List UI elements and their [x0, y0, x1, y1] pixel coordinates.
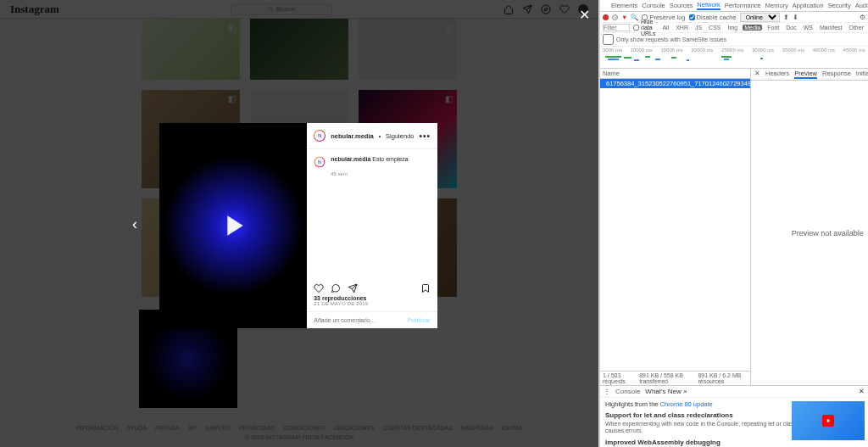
tab-response[interactable]: Response	[822, 70, 851, 79]
filter-row: Hide data URLs All XHR JS CSS Img Media …	[600, 23, 868, 33]
chip-other[interactable]: Other	[847, 25, 865, 31]
timeline-tick: 25000 ms	[721, 47, 743, 53]
close-detail-icon[interactable]: ✕	[754, 70, 760, 79]
timeline-tick: 35000 ms	[782, 47, 804, 53]
more-icon[interactable]: •••	[419, 131, 431, 141]
samesite-check[interactable]	[603, 34, 614, 45]
download-icon[interactable]: ⬇	[793, 14, 798, 21]
chip-js[interactable]: JS	[693, 25, 704, 31]
chip-media[interactable]: Media	[743, 25, 762, 31]
timeline-tick: 10000 ms	[631, 47, 653, 53]
close-icon[interactable]: ✕	[859, 388, 865, 395]
name-column-header[interactable]: Name	[600, 69, 750, 79]
devtools-drawer: ⋮ Console What's New × ✕ Highlights from…	[600, 385, 868, 447]
record-button[interactable]	[603, 14, 609, 20]
post-header: N nebular.media • Siguiendo •••	[307, 123, 437, 149]
request-name: 61756384_315230522760951_717012460272934…	[606, 80, 750, 87]
samesite-row: Only show requests with SameSite issues	[600, 33, 868, 47]
chip-doc[interactable]: Doc	[784, 25, 798, 31]
filter-icon[interactable]: ▼	[621, 14, 627, 21]
filter-input[interactable]	[603, 24, 630, 31]
chip-xhr[interactable]: XHR	[674, 25, 690, 31]
timeline-tick: 15000 ms	[660, 47, 682, 53]
play-count[interactable]: 33 reproducciones	[307, 295, 437, 301]
gear-icon[interactable]: ⚙	[860, 14, 865, 21]
tab-application[interactable]: Application	[793, 2, 824, 9]
chip-img[interactable]: Img	[726, 25, 740, 31]
post-body: N nebular.media Esto empieza 45 sem	[307, 149, 437, 279]
timeline-tick: 30000 ms	[752, 47, 774, 53]
chip-ws[interactable]: WS	[802, 25, 815, 31]
timeline-tick: 5000 ms	[603, 47, 622, 53]
caption-age: 45 sem	[331, 171, 431, 176]
post-actions	[307, 279, 437, 295]
tab-headers[interactable]: Headers	[765, 70, 789, 79]
status-requests: 1 / 503 requests	[603, 372, 632, 384]
post-modal: N nebular.media • Siguiendo ••• N nebula…	[159, 123, 437, 328]
author-avatar[interactable]: N	[314, 130, 326, 142]
upload-icon[interactable]: ⬆	[783, 14, 789, 21]
comment-input[interactable]	[314, 317, 407, 323]
tab-preview[interactable]: Preview	[794, 70, 817, 79]
clear-button[interactable]: ⊘	[612, 14, 618, 20]
tab-console[interactable]: Console	[642, 2, 665, 9]
avatar-letter: N	[315, 158, 325, 167]
tab-sources[interactable]: Sources	[670, 2, 693, 9]
chip-all[interactable]: All	[660, 25, 670, 31]
follow-button[interactable]: Siguiendo	[386, 132, 414, 140]
devtools-tabs: Elements Console Sources Network Perform…	[600, 0, 868, 12]
tab-initiator[interactable]: Initiator	[856, 70, 868, 79]
request-row[interactable]: 61756384_315230522760951_717012460272934…	[600, 79, 750, 88]
timeline-tick: 20000 ms	[691, 47, 713, 53]
chip-font[interactable]: Font	[765, 25, 781, 31]
comment-row: Publicar	[307, 311, 437, 328]
preview-body: Preview not available	[751, 81, 868, 385]
chip-css[interactable]: CSS	[707, 25, 722, 31]
timeline-tick: 40000 ms	[813, 47, 835, 53]
drawer-more-icon[interactable]: ⋮	[604, 388, 610, 395]
save-icon[interactable]	[420, 283, 431, 293]
prev-button[interactable]: ‹	[125, 208, 144, 239]
chip-manifest[interactable]: Manifest	[818, 25, 843, 31]
post-media[interactable]	[159, 123, 307, 328]
tab-elements[interactable]: Elements	[611, 2, 637, 9]
close-icon[interactable]: ✕	[579, 7, 590, 23]
tab-network[interactable]: Network	[697, 1, 721, 10]
request-list: Name 61756384_315230522760951_7170124602…	[600, 69, 751, 385]
tab-memory[interactable]: Memory	[765, 2, 788, 9]
publish-button[interactable]: Publicar	[407, 317, 431, 323]
video-thumbnail[interactable]	[792, 401, 865, 440]
post-date: 21 DE MAYO DE 2019	[307, 301, 437, 311]
devtools-pane: Elements Console Sources Network Perform…	[599, 0, 868, 447]
chrome-update-link[interactable]: Chrome 80 update	[660, 400, 713, 408]
tab-security[interactable]: Security	[828, 2, 851, 9]
samesite-label: Only show requests with SameSite issues	[616, 36, 726, 42]
tab-audits[interactable]: Audits	[855, 2, 868, 9]
caption-text: Esto empieza	[372, 156, 408, 162]
caption-username[interactable]: nebular.media	[331, 156, 370, 162]
network-timeline[interactable]: 5000 ms 10000 ms 15000 ms 20000 ms 25000…	[600, 47, 868, 69]
author-username[interactable]: nebular.media	[331, 132, 373, 140]
comment-icon[interactable]	[331, 283, 341, 293]
throttling-select[interactable]: Online	[740, 13, 780, 22]
separator: •	[379, 133, 381, 139]
drawer-tab-console[interactable]: Console	[615, 388, 640, 395]
instagram-pane: Instagram Busca ◧ ◧ ◧	[0, 0, 599, 447]
status-transfer: 891 KB / 558 KB transferred	[639, 372, 691, 384]
network-status: 1 / 503 requests 891 KB / 558 KB transfe…	[600, 371, 750, 385]
drawer-tab-whatsnew[interactable]: What's New ×	[645, 388, 687, 395]
timeline-tick: 45000 ms	[843, 47, 865, 53]
like-icon[interactable]	[314, 283, 324, 293]
share-icon[interactable]	[348, 283, 358, 293]
request-detail: ✕ Headers Preview Response Initiator Tim…	[751, 69, 868, 385]
modal-overlay[interactable]: ✕ ‹ N nebular.media • Siguiendo •••	[0, 0, 598, 447]
youtube-icon	[821, 415, 836, 427]
status-resources: 891 KB / 6.2 MB resources	[698, 372, 748, 384]
post-sidebar: N nebular.media • Siguiendo ••• N nebula…	[307, 123, 437, 328]
author-avatar[interactable]: N	[314, 157, 326, 168]
tab-performance[interactable]: Performance	[725, 2, 761, 9]
disable-cache-check[interactable]: Disable cache	[689, 14, 737, 21]
play-icon[interactable]	[216, 209, 250, 243]
avatar-letter: N	[314, 131, 325, 141]
